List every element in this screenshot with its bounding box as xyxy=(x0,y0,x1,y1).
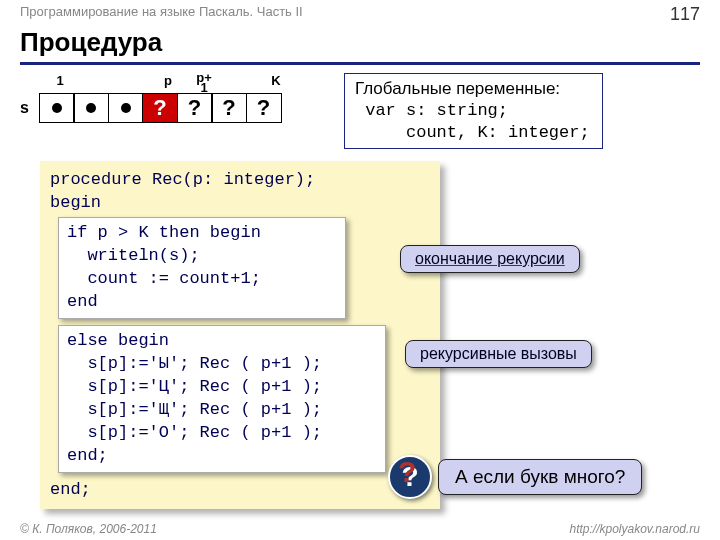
footer-copyright: © К. Поляков, 2006-2011 xyxy=(20,522,157,536)
code-l2: begin xyxy=(50,192,430,215)
question-text: А если букв много? xyxy=(438,459,642,495)
code-b1-l4: end xyxy=(67,291,337,314)
code-b1-l3: count := count+1; xyxy=(67,268,337,291)
code-box-1: if p > K then begin writeln(s); count :=… xyxy=(58,217,346,319)
globals-line2: var s: string; xyxy=(355,100,590,122)
title-underline xyxy=(20,62,700,65)
cell-dot-3 xyxy=(108,93,144,123)
code-block: procedure Rec(p: integer); begin if p > … xyxy=(40,161,440,509)
array-label-p: p xyxy=(150,73,186,93)
cell-q1: ? xyxy=(177,93,213,123)
code-b2-l3: s[p]:='Ц'; Rec ( p+1 ); xyxy=(67,376,377,399)
question-row: ? А если букв много? xyxy=(388,455,642,499)
cell-dot-2 xyxy=(73,93,109,123)
array-label-k: K xyxy=(258,73,294,93)
top-row: 1 p p+1 K s ? ? ? ? Глобальные переменны… xyxy=(0,73,720,149)
callout-recursion-end: окончание рекурсии xyxy=(400,245,580,273)
cell-q3: ? xyxy=(246,93,282,123)
array-diagram: 1 p p+1 K s ? ? ? ? xyxy=(20,73,294,149)
globals-box: Глобальные переменные: var s: string; co… xyxy=(344,73,603,149)
code-b1-l2: writeln(s); xyxy=(67,245,337,268)
array-label-1: 1 xyxy=(42,73,78,93)
code-b2-l6: end; xyxy=(67,445,377,468)
array-label-p1: p+1 xyxy=(186,73,222,93)
code-b2-l2: s[p]:='Ы'; Rec ( p+1 ); xyxy=(67,353,377,376)
slide-footer: © К. Поляков, 2006-2011 http://kpolyakov… xyxy=(20,522,700,536)
page-number: 117 xyxy=(670,4,700,25)
cell-dot-1 xyxy=(39,93,75,123)
array-label-s: s xyxy=(20,99,40,117)
code-l1: procedure Rec(p: integer); xyxy=(50,169,430,192)
code-end: end; xyxy=(50,479,430,502)
globals-line3: count, K: integer; xyxy=(355,122,590,144)
globals-line1: Глобальные переменные: xyxy=(355,78,590,100)
cell-q2: ? xyxy=(211,93,247,123)
slide-header: Программирование на языке Паскаль. Часть… xyxy=(0,0,720,25)
footer-url: http://kpolyakov.narod.ru xyxy=(569,522,700,536)
code-b2-l4: s[p]:='Щ'; Rec ( p+1 ); xyxy=(67,399,377,422)
header-subtitle: Программирование на языке Паскаль. Часть… xyxy=(20,4,303,25)
code-box-2: else begin s[p]:='Ы'; Rec ( p+1 ); s[p]:… xyxy=(58,325,386,473)
code-b1-l1: if p > K then begin xyxy=(67,222,337,245)
slide-title: Процедура xyxy=(0,25,720,62)
callout-recursive-calls: рекурсивные вызовы xyxy=(405,340,592,368)
code-b2-l1: else begin xyxy=(67,330,377,353)
question-icon: ? xyxy=(388,455,432,499)
cell-red-q: ? xyxy=(142,93,178,123)
code-b2-l5: s[p]:='О'; Rec ( p+1 ); xyxy=(67,422,377,445)
